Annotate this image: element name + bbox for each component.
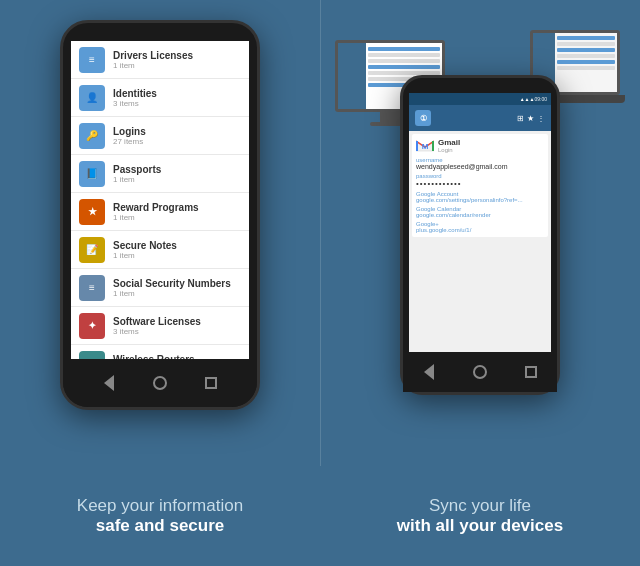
gmail-title-area: Gmail Login	[438, 138, 460, 153]
back-icon-right	[424, 364, 434, 380]
list-item-subtitle: 1 item	[113, 289, 231, 298]
gmail-card: M Gmail Login usernamewendyappleseed@gma…	[412, 134, 548, 237]
credential-field: Google Accountgoogle.com/settings/person…	[416, 191, 544, 203]
home-button[interactable]	[150, 373, 170, 393]
list-item[interactable]: ≡ Drivers Licenses 1 item	[71, 41, 249, 79]
list-item-title: Drivers Licenses	[113, 50, 193, 61]
list-item-icon: ⌘	[79, 351, 105, 360]
bottom-text: Keep your information safe and secure Sy…	[0, 466, 640, 566]
list-item-text: Identities 3 items	[113, 88, 157, 108]
list-item-text: Software Licenses 3 items	[113, 316, 201, 336]
credential-field: Google Calendargoogle.com/calendar/rende…	[416, 206, 544, 218]
onepassword-icon: ①	[415, 110, 431, 126]
left-tagline: Keep your information safe and secure	[0, 466, 320, 566]
list-item[interactable]: ✦ Software Licenses 3 items	[71, 307, 249, 345]
list-item-title: Software Licenses	[113, 316, 201, 327]
list-item-title: Reward Programs	[113, 202, 199, 213]
monitor-line	[368, 65, 440, 69]
recents-icon-right	[525, 366, 537, 378]
phone-left: ≡ Drivers Licenses 1 item 👤 Identities 3…	[60, 20, 260, 410]
left-tagline-line1: Keep your information	[77, 496, 243, 516]
status-bar: ▲▲▲ 09:00	[409, 93, 551, 105]
phone-screen-left: ≡ Drivers Licenses 1 item 👤 Identities 3…	[71, 41, 249, 359]
phone-nav-bar-right	[403, 352, 557, 392]
back-icon	[104, 375, 114, 391]
svg-rect-2	[432, 141, 434, 151]
list-item[interactable]: ⌘ Wireless Routers 1 item	[71, 345, 249, 359]
devices-container: ▲▲▲ 09:00 ① ⊞ ★ ⋮	[340, 20, 620, 410]
list-item[interactable]: 👤 Identities 3 items	[71, 79, 249, 117]
list-item-icon: ★	[79, 199, 105, 225]
right-tagline-line1: Sync your life	[429, 496, 531, 516]
field-value: wendyappleseed@gmail.com	[416, 163, 544, 170]
phone-right: ▲▲▲ 09:00 ① ⊞ ★ ⋮	[400, 75, 560, 395]
gmail-logo: M	[416, 139, 434, 153]
list-item[interactable]: 📝 Secure Notes 1 item	[71, 231, 249, 269]
monitor-line	[368, 53, 440, 57]
icon-symbol: 👤	[86, 92, 98, 103]
list-item-subtitle: 3 items	[113, 327, 201, 336]
svg-text:M: M	[422, 142, 429, 151]
field-value: google.com/calendar/render	[416, 212, 544, 218]
laptop-line	[557, 36, 615, 40]
home-icon	[153, 376, 167, 390]
recents-icon	[205, 377, 217, 389]
laptop-line	[557, 54, 615, 58]
list-item-subtitle: 1 item	[113, 61, 193, 70]
header-actions: ⊞ ★ ⋮	[517, 114, 545, 123]
left-panel: ≡ Drivers Licenses 1 item 👤 Identities 3…	[0, 0, 320, 466]
list-item-icon: 👤	[79, 85, 105, 111]
edit-icon[interactable]: ⊞	[517, 114, 524, 123]
left-tagline-line2: safe and secure	[96, 516, 225, 536]
gmail-header: M Gmail Login	[416, 138, 544, 153]
list-item-text: Secure Notes 1 item	[113, 240, 177, 260]
list-item-icon: 📝	[79, 237, 105, 263]
list-item-title: Social Security Numbers	[113, 278, 231, 289]
list-item-subtitle: 1 item	[113, 213, 199, 222]
app-header: ① ⊞ ★ ⋮	[409, 105, 551, 131]
laptop-line	[557, 66, 615, 70]
list-item-icon: ✦	[79, 313, 105, 339]
gmail-title: Gmail	[438, 138, 460, 147]
home-icon-right	[473, 365, 487, 379]
list-item-text: Drivers Licenses 1 item	[113, 50, 193, 70]
more-icon[interactable]: ⋮	[537, 114, 545, 123]
list-item-text: Social Security Numbers 1 item	[113, 278, 231, 298]
icon-symbol: 📘	[86, 168, 98, 179]
icon-symbol: ★	[88, 206, 97, 217]
back-button-right[interactable]	[419, 362, 439, 382]
back-button[interactable]	[99, 373, 119, 393]
icon-symbol: ≡	[89, 282, 95, 293]
list-item-title: Logins	[113, 126, 146, 137]
monitor-line	[368, 47, 440, 51]
icon-symbol: 🔑	[86, 130, 98, 141]
list-item-icon: ≡	[79, 275, 105, 301]
list-item-text: Logins 27 items	[113, 126, 146, 146]
list-item-title: Passports	[113, 164, 161, 175]
list-item[interactable]: ★ Reward Programs 1 item	[71, 193, 249, 231]
home-button-right[interactable]	[470, 362, 490, 382]
list-item-icon: ≡	[79, 47, 105, 73]
list-item[interactable]: ≡ Social Security Numbers 1 item	[71, 269, 249, 307]
icon-symbol: 📝	[86, 244, 98, 255]
field-value: plus.google.com/u/1/	[416, 227, 544, 233]
list-item-title: Identities	[113, 88, 157, 99]
recents-button[interactable]	[201, 373, 221, 393]
monitor-sidebar	[338, 43, 366, 109]
laptop-line	[557, 60, 615, 64]
right-tagline-line2: with all your devices	[397, 516, 563, 536]
list-item[interactable]: 🔑 Logins 27 items	[71, 117, 249, 155]
list-item-subtitle: 1 item	[113, 175, 161, 184]
icon-symbol: ≡	[89, 54, 95, 65]
monitor-line	[368, 59, 440, 63]
credential-fields: usernamewendyappleseed@gmail.compassword…	[416, 157, 544, 233]
main-area: ≡ Drivers Licenses 1 item 👤 Identities 3…	[0, 0, 640, 466]
list-item[interactable]: 📘 Passports 1 item	[71, 155, 249, 193]
laptop-line	[557, 48, 615, 52]
list-item-subtitle: 27 items	[113, 137, 146, 146]
recents-button-right[interactable]	[521, 362, 541, 382]
star-icon[interactable]: ★	[527, 114, 534, 123]
credential-field: usernamewendyappleseed@gmail.com	[416, 157, 544, 170]
phone-screen-right: ▲▲▲ 09:00 ① ⊞ ★ ⋮	[409, 93, 551, 352]
list-item-subtitle: 1 item	[113, 251, 177, 260]
